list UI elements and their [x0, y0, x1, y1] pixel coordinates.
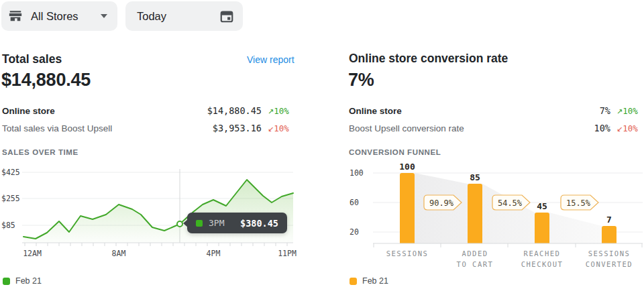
- x-tick-label: 11PM: [278, 249, 297, 258]
- legend-swatch-orange: [350, 278, 357, 285]
- bar-value-label: 85: [470, 172, 480, 182]
- arrow-down-icon: ↙: [616, 125, 623, 133]
- bar-value-label: 45: [537, 201, 547, 211]
- change-value: 10%: [623, 106, 638, 116]
- row-value: 7%: [600, 105, 610, 116]
- category-label: SESSIONS: [386, 249, 429, 257]
- date-selector-button[interactable]: Today: [125, 1, 243, 31]
- arrow-up-icon: ↗: [616, 108, 623, 115]
- x-tick-label: 12AM: [23, 249, 42, 258]
- funnel-bar-added-to-cart[interactable]: [468, 184, 482, 243]
- change-indicator: ↙ 10%: [268, 123, 293, 133]
- x-axis-ticks: [25, 243, 287, 246]
- category-label: SESSIONS: [588, 249, 631, 257]
- calendar-icon: [219, 9, 234, 23]
- row-label: Boost Upsell conversion rate: [349, 123, 594, 133]
- legend-swatch-green: [3, 278, 10, 285]
- sales-panel-title: Total sales: [2, 52, 62, 66]
- legend-label: Feb 21: [362, 276, 388, 286]
- storefront-icon: [8, 9, 23, 23]
- conversion-funnel-chart[interactable]: 90.9% 54.5% 15.5% 100 85 45 7 100 60 20 …: [322, 161, 644, 275]
- analytics-dashboard: All Stores Today Total sales View report…: [0, 0, 644, 289]
- tooltip-time: 3PM: [209, 218, 224, 228]
- y-tick-label: 20: [350, 227, 359, 237]
- row-label: Online store: [349, 106, 600, 116]
- funnel-bar-sessions[interactable]: [400, 173, 415, 243]
- stage-rate-label: 15.5%: [566, 198, 591, 208]
- store-selector-label: All Stores: [31, 10, 78, 23]
- hover-marker: [177, 221, 182, 227]
- stage-rate-label: 54.5%: [498, 198, 523, 208]
- funnel-bar-sessions-converted[interactable]: [602, 226, 616, 243]
- arrow-up-icon: ↗: [268, 108, 274, 115]
- conversion-row-boost-upsell: Boost Upsell conversion rate 10% ↙ 10%: [349, 120, 642, 136]
- funnel-legend: Feb 21: [350, 276, 388, 286]
- row-label: Total sales via Boost Upsell: [2, 123, 213, 133]
- conversion-panel-title: Online store conversion rate: [349, 52, 508, 66]
- conversion-headline-value: 7%: [348, 70, 374, 91]
- row-value: 10%: [594, 123, 610, 133]
- y-tick-label: $85: [1, 221, 15, 230]
- funnel-section-title: CONVERSION FUNNEL: [349, 148, 441, 156]
- x-axis-ticks: [374, 243, 642, 247]
- sales-row-online-store: Online store $14,880.45 ↗ 10%: [2, 103, 293, 119]
- change-indicator: ↗ 10%: [616, 106, 642, 116]
- chart-tooltip: 3PM $380.45: [187, 213, 287, 233]
- change-value: 10%: [623, 123, 638, 133]
- category-label: REACHED: [524, 249, 561, 257]
- sales-row-boost-upsell: Total sales via Boost Upsell $3,953.16 ↙…: [2, 120, 293, 136]
- row-value: $14,880.45: [207, 105, 262, 116]
- category-label: CHECKOUT: [521, 260, 564, 268]
- y-tick-label: $425: [1, 168, 20, 177]
- bar-value-label: 100: [399, 162, 415, 172]
- x-tick-label: 8AM: [112, 249, 126, 258]
- stage-rate-label: 90.9%: [429, 198, 454, 208]
- category-label: TO CART: [457, 260, 494, 268]
- change-value: 10%: [274, 106, 289, 116]
- sales-headline-value: $14,880.45: [1, 70, 91, 91]
- row-value: $3,953.16: [213, 123, 262, 133]
- change-indicator: ↗ 10%: [268, 106, 293, 116]
- bar-value-label: 7: [606, 215, 612, 225]
- store-selector-button[interactable]: All Stores: [1, 1, 117, 31]
- chevron-down-icon: [100, 13, 108, 19]
- sales-legend: Feb 21: [3, 276, 42, 286]
- legend-label: Feb 21: [15, 276, 42, 286]
- change-value: 10%: [274, 123, 289, 133]
- tooltip-value: $380.45: [240, 218, 278, 229]
- tooltip-series-swatch: [196, 220, 203, 227]
- category-label: CONVERTED: [586, 260, 633, 268]
- funnel-bar-reached-checkout[interactable]: [535, 213, 549, 243]
- category-label: ADDED: [462, 249, 488, 257]
- y-tick-label: $255: [1, 194, 20, 203]
- date-selector-label: Today: [137, 10, 166, 23]
- view-report-link[interactable]: View report: [247, 54, 294, 65]
- row-label: Online store: [2, 106, 207, 116]
- change-indicator: ↙ 10%: [616, 123, 642, 133]
- x-tick-label: 4PM: [207, 249, 221, 258]
- y-tick-label: 100: [350, 168, 364, 178]
- arrow-down-icon: ↙: [268, 125, 274, 133]
- conversion-row-online-store: Online store 7% ↗ 10%: [349, 103, 642, 119]
- y-tick-label: 60: [350, 198, 359, 207]
- sales-chart-section-title: SALES OVER TIME: [2, 148, 78, 156]
